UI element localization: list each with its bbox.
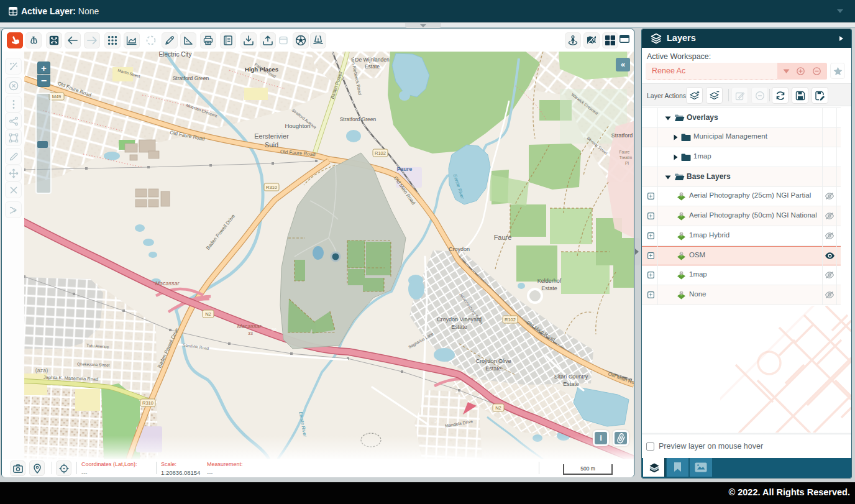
svg-text:Treatm: Treatm	[620, 155, 632, 160]
svg-text:Suid: Suid	[265, 141, 278, 149]
svg-text:N2: N2	[495, 405, 501, 411]
svg-text:Houghton: Houghton	[285, 122, 310, 129]
svg-text:Electric City: Electric City	[159, 52, 192, 58]
svg-text:33: 33	[248, 331, 253, 336]
svg-text:Pl: Pl	[625, 161, 629, 165]
svg-text:Sitari Country: Sitari Country	[554, 373, 588, 380]
svg-text:Faure: Faure	[397, 166, 413, 172]
svg-text:36: 36	[272, 328, 277, 332]
svg-text:M49: M49	[52, 94, 62, 99]
svg-text:De Wijnlanden: De Wijnlanden	[355, 57, 390, 63]
svg-text:Eersterivier: Eersterivier	[254, 132, 289, 140]
svg-text:Macassar: Macassar	[155, 280, 180, 286]
svg-text:Estate: Estate	[365, 63, 380, 70]
svg-text:Faure: Faure	[494, 234, 512, 241]
svg-text:Faure: Faure	[620, 150, 630, 154]
svg-text:Stratford: Stratford	[611, 132, 633, 139]
svg-text:Stratford Green: Stratford Green	[173, 75, 209, 81]
svg-text:Croydon Olive: Croydon Olive	[475, 358, 511, 364]
svg-text:N2: N2	[205, 311, 211, 317]
svg-text:Estate: Estate	[451, 324, 467, 330]
svg-text:Kelderhof: Kelderhof	[537, 278, 562, 284]
svg-text:Estate: Estate	[541, 285, 557, 291]
svg-text:R310: R310	[142, 400, 153, 406]
svg-text:R102: R102	[505, 317, 516, 323]
svg-text:Estate: Estate	[485, 365, 501, 372]
svg-text:36: 36	[434, 419, 439, 423]
svg-text:(aza): (aza)	[35, 367, 48, 373]
svg-text:Estate: Estate	[563, 381, 579, 387]
svg-text:Macassar: Macassar	[237, 323, 262, 329]
svg-text:R102: R102	[375, 150, 386, 156]
svg-text:R310: R310	[266, 185, 277, 190]
svg-text:Croydon: Croydon	[449, 246, 470, 252]
svg-text:Stratford Green: Stratford Green	[340, 116, 377, 122]
